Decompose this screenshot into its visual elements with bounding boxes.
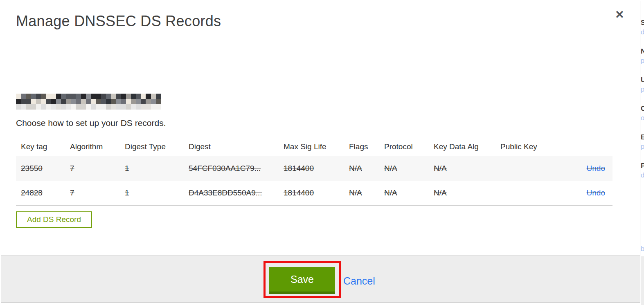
undo-link[interactable]: Undo — [587, 188, 605, 197]
key-data-alg-value: N/A — [429, 164, 495, 173]
dnssec-modal: Manage DNSSEC DS Records ✕ Choose how to… — [1, 1, 640, 303]
protocol-value: N/A — [379, 188, 429, 197]
col-header-flags: Flags — [344, 142, 379, 151]
table-row: 23550 7 1 54FCF030AA1C79... 1814400 N/A … — [16, 156, 612, 181]
table-header-row: Key tag Algorithm Digest Type Digest Max… — [16, 138, 612, 156]
background-text-fragment: N — [641, 47, 644, 56]
col-header-algorithm: Algorithm — [65, 142, 120, 151]
digest-type-value: 1 — [120, 164, 184, 173]
table-row: 24828 7 1 D4A33E8DD550A9... 1814400 N/A … — [16, 181, 612, 206]
background-text-fragment: C — [641, 105, 644, 113]
background-page-sliver: SdNpUpCoEpPdb — [641, 0, 644, 305]
algorithm-value: 7 — [65, 164, 120, 173]
ds-records-table: Key tag Algorithm Digest Type Digest Max… — [16, 138, 612, 206]
background-footer-strip — [641, 256, 644, 305]
background-text-fragment: d — [641, 172, 644, 179]
background-text-fragment: E — [641, 133, 644, 141]
close-icon[interactable]: ✕ — [615, 9, 624, 20]
key-tag-value: 24828 — [16, 188, 65, 197]
col-header-digest: Digest — [184, 142, 279, 151]
background-text-fragment: p — [641, 57, 644, 65]
background-text-fragment: d — [641, 29, 644, 36]
save-button[interactable]: Save — [269, 267, 335, 294]
max-sig-life-value: 1814400 — [279, 164, 344, 173]
digest-type-value: 1 — [120, 188, 184, 197]
flags-value: N/A — [344, 188, 379, 197]
background-text-fragment: b — [641, 245, 644, 253]
subtitle-text: Choose how to set up your DS records. — [16, 118, 166, 128]
col-header-digest-type: Digest Type — [120, 142, 184, 151]
background-text-fragment: p — [641, 86, 644, 93]
cancel-link[interactable]: Cancel — [343, 275, 375, 287]
col-header-max-sig-life: Max Sig Life — [279, 142, 344, 151]
max-sig-life-value: 1814400 — [279, 188, 344, 197]
background-text-fragment: p — [641, 143, 644, 150]
key-data-alg-value: N/A — [429, 188, 495, 197]
protocol-value: N/A — [379, 164, 429, 173]
undo-link[interactable]: Undo — [587, 164, 605, 173]
digest-value: 54FCF030AA1C79... — [184, 164, 279, 173]
annotation-highlight-rectangle: Save — [263, 261, 341, 298]
col-header-protocol: Protocol — [379, 142, 429, 151]
redacted-domain-name — [16, 94, 161, 110]
col-header-key-tag: Key tag — [16, 142, 65, 151]
background-text-fragment: U — [641, 76, 644, 84]
col-header-key-data-alg: Key Data Alg — [429, 142, 495, 151]
digest-value: D4A33E8DD550A9... — [184, 188, 279, 197]
page-title: Manage DNSSEC DS Records — [16, 13, 221, 30]
algorithm-value: 7 — [65, 188, 120, 197]
key-tag-value: 23550 — [16, 164, 65, 173]
col-header-public-key: Public Key — [495, 142, 577, 151]
background-text-fragment: P — [641, 162, 644, 170]
add-ds-record-button[interactable]: Add DS Record — [16, 211, 92, 228]
flags-value: N/A — [344, 164, 379, 173]
background-text-fragment: S — [641, 19, 644, 27]
background-text-fragment: o — [641, 114, 644, 122]
